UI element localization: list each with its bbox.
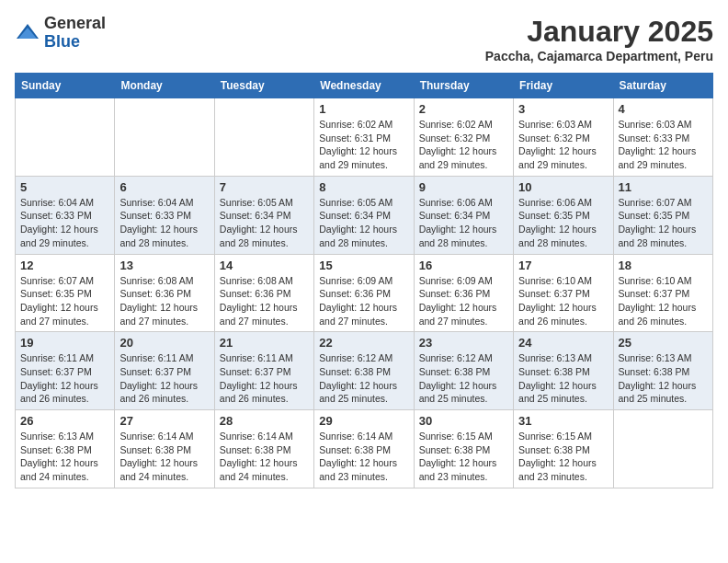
day-number: 24 (518, 336, 608, 350)
calendar-cell: 17Sunrise: 6:10 AM Sunset: 6:37 PM Dayli… (514, 254, 613, 332)
day-info: Sunrise: 6:11 AM Sunset: 6:37 PM Dayligh… (119, 351, 209, 406)
day-number: 7 (220, 180, 309, 194)
day-number: 17 (518, 259, 608, 272)
calendar-cell: 20Sunrise: 6:11 AM Sunset: 6:37 PM Dayli… (115, 332, 214, 410)
calendar-cell (214, 98, 313, 177)
calendar-cell: 27Sunrise: 6:14 AM Sunset: 6:38 PM Dayli… (115, 410, 214, 488)
calendar-cell: 4Sunrise: 6:03 AM Sunset: 6:33 PM Daylig… (613, 98, 712, 177)
day-number: 23 (419, 336, 508, 350)
calendar-week-row: 5Sunrise: 6:04 AM Sunset: 6:33 PM Daylig… (16, 176, 713, 254)
logo: General Blue (15, 15, 106, 52)
calendar-cell: 2Sunrise: 6:02 AM Sunset: 6:32 PM Daylig… (414, 98, 513, 177)
logo-general: General (44, 14, 106, 32)
day-number: 25 (619, 336, 708, 350)
calendar-cell: 3Sunrise: 6:03 AM Sunset: 6:32 PM Daylig… (514, 98, 613, 177)
day-number: 21 (220, 336, 309, 350)
calendar-cell: 29Sunrise: 6:14 AM Sunset: 6:38 PM Dayli… (314, 410, 414, 488)
day-info: Sunrise: 6:13 AM Sunset: 6:38 PM Dayligh… (619, 351, 708, 406)
weekday-header: Monday (115, 74, 214, 98)
day-number: 29 (319, 414, 408, 428)
calendar-cell: 5Sunrise: 6:04 AM Sunset: 6:33 PM Daylig… (16, 176, 115, 254)
day-number: 8 (319, 180, 408, 194)
day-info: Sunrise: 6:12 AM Sunset: 6:38 PM Dayligh… (319, 351, 408, 406)
weekday-header-row: SundayMondayTuesdayWednesdayThursdayFrid… (16, 74, 713, 98)
day-number: 31 (518, 414, 608, 428)
calendar-table: SundayMondayTuesdayWednesdayThursdayFrid… (15, 73, 713, 488)
calendar-cell: 31Sunrise: 6:15 AM Sunset: 6:38 PM Dayli… (514, 410, 613, 488)
day-number: 20 (119, 336, 209, 350)
weekday-header: Friday (514, 74, 613, 98)
day-info: Sunrise: 6:04 AM Sunset: 6:33 PM Dayligh… (20, 196, 109, 250)
calendar-cell: 25Sunrise: 6:13 AM Sunset: 6:38 PM Dayli… (613, 332, 712, 410)
day-number: 2 (419, 102, 508, 116)
day-info: Sunrise: 6:10 AM Sunset: 6:37 PM Dayligh… (518, 274, 608, 328)
logo-icon (15, 20, 40, 46)
day-number: 16 (419, 259, 508, 272)
title-area: January 2025 Paccha, Cajamarca Departmen… (485, 15, 713, 63)
calendar-cell: 30Sunrise: 6:15 AM Sunset: 6:38 PM Dayli… (414, 410, 513, 488)
calendar-cell: 18Sunrise: 6:10 AM Sunset: 6:37 PM Dayli… (613, 254, 712, 332)
day-number: 18 (619, 259, 708, 272)
day-number: 27 (119, 414, 209, 428)
day-info: Sunrise: 6:05 AM Sunset: 6:34 PM Dayligh… (319, 196, 408, 250)
calendar-cell: 22Sunrise: 6:12 AM Sunset: 6:38 PM Dayli… (314, 332, 414, 410)
calendar-cell: 28Sunrise: 6:14 AM Sunset: 6:38 PM Dayli… (214, 410, 313, 488)
calendar-cell (16, 98, 115, 177)
weekday-header: Wednesday (314, 74, 414, 98)
day-info: Sunrise: 6:03 AM Sunset: 6:32 PM Dayligh… (518, 118, 608, 172)
day-info: Sunrise: 6:14 AM Sunset: 6:38 PM Dayligh… (319, 430, 408, 484)
day-info: Sunrise: 6:09 AM Sunset: 6:36 PM Dayligh… (319, 274, 408, 328)
day-info: Sunrise: 6:09 AM Sunset: 6:36 PM Dayligh… (419, 274, 508, 328)
calendar-cell: 24Sunrise: 6:13 AM Sunset: 6:38 PM Dayli… (514, 332, 613, 410)
day-number: 12 (20, 259, 109, 272)
day-info: Sunrise: 6:14 AM Sunset: 6:38 PM Dayligh… (119, 430, 209, 484)
calendar-cell: 1Sunrise: 6:02 AM Sunset: 6:31 PM Daylig… (314, 98, 414, 177)
day-number: 4 (619, 102, 708, 116)
month-title: January 2025 (485, 15, 713, 49)
day-number: 10 (518, 180, 608, 194)
calendar-cell: 9Sunrise: 6:06 AM Sunset: 6:34 PM Daylig… (414, 176, 513, 254)
calendar-cell: 6Sunrise: 6:04 AM Sunset: 6:33 PM Daylig… (115, 176, 214, 254)
day-info: Sunrise: 6:08 AM Sunset: 6:36 PM Dayligh… (220, 274, 309, 328)
calendar-week-row: 19Sunrise: 6:11 AM Sunset: 6:37 PM Dayli… (16, 332, 713, 410)
day-number: 19 (20, 336, 109, 350)
calendar-cell: 16Sunrise: 6:09 AM Sunset: 6:36 PM Dayli… (414, 254, 513, 332)
calendar-week-row: 26Sunrise: 6:13 AM Sunset: 6:38 PM Dayli… (16, 410, 713, 488)
day-info: Sunrise: 6:08 AM Sunset: 6:36 PM Dayligh… (119, 274, 209, 328)
calendar-week-row: 1Sunrise: 6:02 AM Sunset: 6:31 PM Daylig… (16, 98, 713, 177)
day-info: Sunrise: 6:06 AM Sunset: 6:34 PM Dayligh… (419, 196, 508, 250)
day-number: 11 (619, 180, 708, 194)
day-info: Sunrise: 6:11 AM Sunset: 6:37 PM Dayligh… (220, 351, 309, 406)
logo-blue: Blue (44, 32, 80, 51)
calendar-cell: 7Sunrise: 6:05 AM Sunset: 6:34 PM Daylig… (214, 176, 313, 254)
calendar-cell: 14Sunrise: 6:08 AM Sunset: 6:36 PM Dayli… (214, 254, 313, 332)
calendar-cell: 13Sunrise: 6:08 AM Sunset: 6:36 PM Dayli… (115, 254, 214, 332)
calendar-cell (613, 410, 712, 488)
day-number: 30 (419, 414, 508, 428)
calendar-cell: 11Sunrise: 6:07 AM Sunset: 6:35 PM Dayli… (613, 176, 712, 254)
day-info: Sunrise: 6:11 AM Sunset: 6:37 PM Dayligh… (20, 351, 109, 406)
day-info: Sunrise: 6:06 AM Sunset: 6:35 PM Dayligh… (518, 196, 608, 250)
calendar-cell (115, 98, 214, 177)
day-info: Sunrise: 6:02 AM Sunset: 6:31 PM Dayligh… (319, 118, 408, 172)
day-number: 26 (20, 414, 109, 428)
calendar-cell: 19Sunrise: 6:11 AM Sunset: 6:37 PM Dayli… (16, 332, 115, 410)
day-number: 28 (220, 414, 309, 428)
day-number: 15 (319, 259, 408, 272)
day-info: Sunrise: 6:07 AM Sunset: 6:35 PM Dayligh… (619, 196, 708, 250)
day-info: Sunrise: 6:15 AM Sunset: 6:38 PM Dayligh… (518, 430, 608, 484)
day-info: Sunrise: 6:04 AM Sunset: 6:33 PM Dayligh… (119, 196, 209, 250)
calendar-cell: 12Sunrise: 6:07 AM Sunset: 6:35 PM Dayli… (16, 254, 115, 332)
calendar-cell: 23Sunrise: 6:12 AM Sunset: 6:38 PM Dayli… (414, 332, 513, 410)
page-header: General Blue January 2025 Paccha, Cajama… (15, 15, 713, 63)
day-info: Sunrise: 6:05 AM Sunset: 6:34 PM Dayligh… (220, 196, 309, 250)
calendar-cell: 21Sunrise: 6:11 AM Sunset: 6:37 PM Dayli… (214, 332, 313, 410)
subtitle: Paccha, Cajamarca Department, Peru (485, 49, 713, 63)
day-number: 1 (319, 102, 408, 116)
day-info: Sunrise: 6:03 AM Sunset: 6:33 PM Dayligh… (619, 118, 708, 172)
day-info: Sunrise: 6:02 AM Sunset: 6:32 PM Dayligh… (419, 118, 508, 172)
day-info: Sunrise: 6:14 AM Sunset: 6:38 PM Dayligh… (220, 430, 309, 484)
calendar-week-row: 12Sunrise: 6:07 AM Sunset: 6:35 PM Dayli… (16, 254, 713, 332)
day-info: Sunrise: 6:15 AM Sunset: 6:38 PM Dayligh… (419, 430, 508, 484)
weekday-header: Tuesday (214, 74, 313, 98)
